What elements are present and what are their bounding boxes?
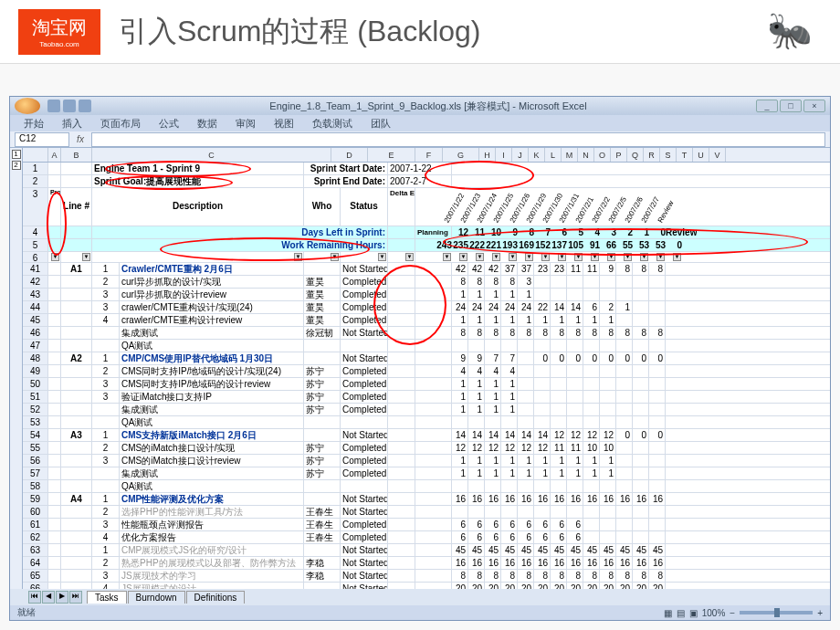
row-num[interactable]: 47 <box>23 340 48 352</box>
col-v[interactable]: V <box>709 148 726 162</box>
filter-arrow-icon[interactable]: ▼ <box>541 253 550 261</box>
sheet-first-icon[interactable]: ⏮ <box>28 591 41 604</box>
col-c[interactable]: C <box>92 148 331 162</box>
filter-arrow-icon[interactable]: ▼ <box>492 253 500 261</box>
sheet-last-icon[interactable]: ⏭ <box>69 591 82 604</box>
row-num[interactable]: 42 <box>23 276 48 288</box>
view-break-icon[interactable]: ▣ <box>689 608 698 618</box>
row-num[interactable]: 55 <box>23 442 48 454</box>
col-j[interactable]: J <box>512 148 529 162</box>
row-num[interactable]: 2 <box>23 175 48 187</box>
col-r[interactable]: R <box>644 148 660 162</box>
filter-arrow-icon[interactable]: ▼ <box>459 253 467 261</box>
close-button[interactable]: × <box>803 100 825 112</box>
sheet-tasks[interactable]: Tasks <box>87 591 127 604</box>
col-u[interactable]: U <box>693 148 709 162</box>
spreadsheet-grid[interactable]: A B C D E F G H I J K L M N O P Q R S T … <box>23 148 830 589</box>
row-num[interactable]: 48 <box>23 352 48 364</box>
filter-arrow-icon[interactable]: ▼ <box>509 253 517 261</box>
tab-data[interactable]: 数据 <box>188 115 226 131</box>
row-num[interactable]: 65 <box>23 570 48 582</box>
filter-arrow-icon[interactable]: ▼ <box>51 253 59 261</box>
row-num[interactable]: 44 <box>23 301 48 313</box>
filter-arrow-icon[interactable]: ▼ <box>673 253 681 261</box>
col-q[interactable]: Q <box>627 148 644 162</box>
select-all-corner[interactable] <box>23 148 48 162</box>
row-num[interactable]: 57 <box>23 467 48 479</box>
filter-arrow-icon[interactable]: ▼ <box>378 253 386 261</box>
sheet-definitions[interactable]: Definitions <box>186 591 246 604</box>
filter-arrow-icon[interactable]: ▼ <box>405 253 414 261</box>
col-p[interactable]: P <box>611 148 627 162</box>
filter-arrow-icon[interactable]: ▼ <box>443 253 451 261</box>
formula-bar[interactable] <box>91 132 825 147</box>
row-num[interactable]: 5 <box>23 239 48 251</box>
row-num[interactable]: 50 <box>23 378 48 390</box>
row-num[interactable]: 51 <box>23 391 48 403</box>
col-o[interactable]: O <box>594 148 611 162</box>
tab-review[interactable]: 审阅 <box>226 115 265 131</box>
row-num[interactable]: 66 <box>23 583 48 589</box>
row-num[interactable]: 53 <box>23 416 48 428</box>
col-h[interactable]: H <box>479 148 496 162</box>
filter-arrow-icon[interactable]: ▼ <box>574 253 583 261</box>
filter-arrow-icon[interactable]: ▼ <box>591 253 599 261</box>
col-b[interactable]: B <box>61 148 92 162</box>
view-layout-icon[interactable]: ▤ <box>677 608 685 618</box>
sheet-next-icon[interactable]: ▶ <box>56 591 68 604</box>
zoom-slider[interactable] <box>740 611 813 614</box>
filter-arrow-icon[interactable]: ▼ <box>331 253 339 261</box>
row-num[interactable]: 3 <box>23 188 48 226</box>
row-num[interactable]: 41 <box>23 263 48 275</box>
row-num[interactable]: 52 <box>23 404 48 415</box>
filter-arrow-icon[interactable]: ▼ <box>525 253 533 261</box>
filter-arrow-icon[interactable]: ▼ <box>294 253 302 261</box>
row-num[interactable]: 64 <box>23 557 48 569</box>
col-l[interactable]: L <box>545 148 562 162</box>
col-g[interactable]: G <box>443 148 479 162</box>
fx-icon[interactable]: fx <box>74 134 87 144</box>
tab-loadtest[interactable]: 负载测试 <box>303 115 362 131</box>
col-e[interactable]: E <box>368 148 415 162</box>
zoom-in-icon[interactable]: + <box>817 608 823 618</box>
tab-view[interactable]: 视图 <box>265 115 303 131</box>
tab-insert[interactable]: 插入 <box>53 115 91 131</box>
col-s[interactable]: S <box>660 148 677 162</box>
zoom-out-icon[interactable]: − <box>730 608 735 618</box>
filter-arrow-icon[interactable]: ▼ <box>82 253 90 261</box>
row-num[interactable]: 1 <box>23 163 48 174</box>
col-n[interactable]: N <box>578 148 594 162</box>
sheet-burndown[interactable]: Burndown <box>128 591 185 604</box>
maximize-button[interactable]: □ <box>780 100 802 112</box>
row-num[interactable]: 58 <box>23 480 48 492</box>
row-num[interactable]: 62 <box>23 531 48 543</box>
row-num[interactable]: 45 <box>23 314 48 326</box>
row-num[interactable]: 61 <box>23 519 48 530</box>
tab-layout[interactable]: 页面布局 <box>91 115 150 131</box>
filter-arrow-icon[interactable]: ▼ <box>640 253 648 261</box>
col-k[interactable]: K <box>529 148 545 162</box>
row-num[interactable]: 63 <box>23 544 48 556</box>
qat-redo-icon[interactable] <box>79 100 91 112</box>
name-box[interactable]: C12 <box>15 132 69 147</box>
row-num[interactable]: 60 <box>23 506 48 518</box>
col-d[interactable]: D <box>331 148 368 162</box>
col-m[interactable]: M <box>562 148 578 162</box>
tab-team[interactable]: 团队 <box>362 115 400 131</box>
sheet-prev-icon[interactable]: ◀ <box>42 591 55 604</box>
row-num[interactable]: 49 <box>23 365 48 377</box>
row-num[interactable]: 54 <box>23 429 48 441</box>
filter-arrow-icon[interactable]: ▼ <box>607 253 615 261</box>
tab-home[interactable]: 开始 <box>15 115 53 131</box>
col-a[interactable]: A <box>48 148 61 162</box>
filter-arrow-icon[interactable]: ▼ <box>656 253 665 261</box>
tab-formula[interactable]: 公式 <box>150 115 188 131</box>
col-t[interactable]: T <box>677 148 693 162</box>
col-i[interactable]: I <box>496 148 512 162</box>
outline-level-1[interactable]: 1 <box>12 150 21 159</box>
office-button[interactable] <box>15 98 40 114</box>
view-normal-icon[interactable]: ▦ <box>664 608 672 618</box>
row-num[interactable]: 56 <box>23 455 48 467</box>
qat-undo-icon[interactable] <box>63 100 76 112</box>
row-num[interactable]: 46 <box>23 327 48 339</box>
